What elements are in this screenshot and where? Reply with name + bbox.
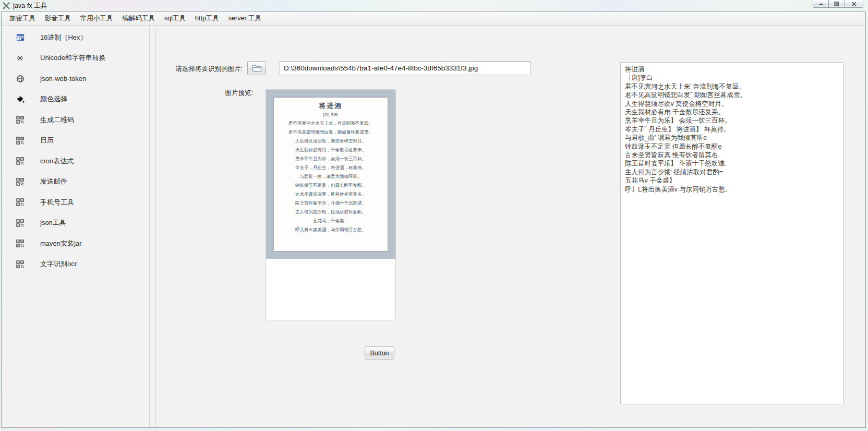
qrcode-icon bbox=[16, 177, 25, 186]
menu-http-tools[interactable]: http工具 bbox=[190, 12, 224, 25]
window-title: java-fx 工具 bbox=[13, 2, 47, 10]
unicode-icon bbox=[16, 54, 25, 63]
close-icon bbox=[851, 2, 857, 6]
menu-codec-tools[interactable]: 编解码工具 bbox=[118, 12, 160, 25]
sidebar-item-cron[interactable]: cron表达式 bbox=[2, 151, 149, 172]
preview-image: 将进酒 [唐] 李白 君不见黄河之水天上来，奔流到海不复回。 君不见高堂明镜悲白… bbox=[266, 90, 395, 259]
qrcode-icon bbox=[16, 157, 25, 165]
restore-button[interactable] bbox=[829, 0, 845, 8]
sidebar-item-qrcode[interactable]: 生成二维码 bbox=[2, 110, 149, 130]
poem-author: [唐] 李白 bbox=[274, 112, 388, 117]
sidebar-item-color[interactable]: 颜色选择 bbox=[2, 89, 149, 110]
menu-encrypt-tools[interactable]: 加密工具 bbox=[5, 12, 40, 25]
app-logo-icon bbox=[2, 2, 10, 10]
color-picker-icon bbox=[16, 95, 25, 104]
sidebar-item-label: cron表达式 bbox=[40, 157, 74, 166]
sidebar-item-label: 16进制（Hex） bbox=[40, 33, 87, 42]
menu-common-tools[interactable]: 常用小工具 bbox=[76, 12, 118, 25]
sidebar-item-label: 文字识别ocr bbox=[40, 259, 77, 269]
sidebar-item-label: json工具 bbox=[40, 218, 66, 228]
close-button[interactable] bbox=[845, 0, 863, 8]
qrcode-icon bbox=[16, 136, 25, 145]
minimize-icon bbox=[818, 2, 824, 6]
menu-server-tools[interactable]: server 工具 bbox=[224, 12, 266, 25]
poem-lines: 君不见黄河之水天上来，奔流到海不复回。 君不见高堂明镜悲白发，朝如青丝暮成雪。 … bbox=[274, 119, 388, 234]
sidebar-item-email[interactable]: 发送邮件 bbox=[2, 172, 149, 193]
sidebar-item-json[interactable]: json工具 bbox=[2, 213, 149, 234]
qrcode-icon bbox=[16, 260, 25, 269]
browse-file-button[interactable] bbox=[247, 61, 266, 75]
poem-image-content: 将进酒 [唐] 李白 君不见黄河之水天上来，奔流到海不复回。 君不见高堂明镜悲白… bbox=[274, 98, 388, 251]
window-controls bbox=[813, 0, 863, 8]
sidebar-item-jwt[interactable]: json-web-token bbox=[2, 68, 149, 89]
globe-icon bbox=[16, 74, 25, 83]
sidebar-item-label: maven安装jar bbox=[40, 239, 81, 248]
sidebar-item-label: 日历 bbox=[40, 136, 54, 145]
qrcode-icon bbox=[16, 198, 25, 207]
sidebar-item-label: 手机号工具 bbox=[40, 198, 74, 207]
hex-table-icon bbox=[16, 33, 25, 42]
poem-title: 将进酒 bbox=[274, 101, 388, 111]
qrcode-icon bbox=[16, 239, 25, 248]
sidebar-item-calendar[interactable]: 日历 bbox=[2, 130, 149, 151]
sidebar: 16进制（Hex） Unicode和字符串转换 json-web-token bbox=[2, 26, 150, 427]
sidebar-item-label: Unicode和字符串转换 bbox=[40, 53, 106, 63]
image-preview-pane: 将进酒 [唐] 李白 君不见黄河之水天上来，奔流到海不复回。 君不见高堂明镜悲白… bbox=[266, 89, 396, 320]
minimize-button[interactable] bbox=[813, 0, 829, 8]
restore-icon bbox=[834, 2, 839, 6]
menu-bar: 加密工具 影音工具 常用小工具 编解码工具 sql工具 http工具 serve… bbox=[2, 12, 865, 26]
image-preview-label: 图片预览: bbox=[158, 89, 253, 98]
qrcode-icon bbox=[16, 115, 25, 124]
run-ocr-button[interactable]: Button bbox=[365, 346, 394, 360]
pane-divider bbox=[155, 26, 156, 427]
sidebar-item-maven[interactable]: maven安装jar bbox=[2, 233, 149, 254]
ocr-result-textarea[interactable]: 将进酒 〔唐]李白 君不见寅河之水天上来' 奔流到海不复回。 君不见高堂明镜悲白… bbox=[620, 62, 843, 404]
sidebar-item-label: 生成二维码 bbox=[40, 115, 74, 125]
sidebar-item-label: json-web-token bbox=[40, 75, 86, 82]
menu-media-tools[interactable]: 影音工具 bbox=[40, 12, 76, 25]
qrcode-icon bbox=[16, 219, 25, 228]
sidebar-item-label: 颜色选择 bbox=[40, 94, 67, 104]
app-window: 加密工具 影音工具 常用小工具 编解码工具 sql工具 http工具 serve… bbox=[1, 11, 866, 428]
title-bar: java-fx 工具 bbox=[0, 0, 868, 11]
sidebar-item-ocr[interactable]: 文字识别ocr bbox=[2, 254, 149, 275]
sidebar-item-phone[interactable]: 手机号工具 bbox=[2, 192, 149, 213]
sidebar-item-label: 发送邮件 bbox=[40, 177, 67, 186]
folder-icon bbox=[252, 64, 262, 72]
sidebar-item-unicode[interactable]: Unicode和字符串转换 bbox=[2, 48, 149, 69]
sidebar-item-hex[interactable]: 16进制（Hex） bbox=[2, 27, 149, 48]
menu-sql-tools[interactable]: sql工具 bbox=[160, 12, 190, 25]
file-path-input[interactable] bbox=[280, 61, 531, 75]
file-select-label: 请选择将要识别的图片: bbox=[147, 65, 243, 74]
